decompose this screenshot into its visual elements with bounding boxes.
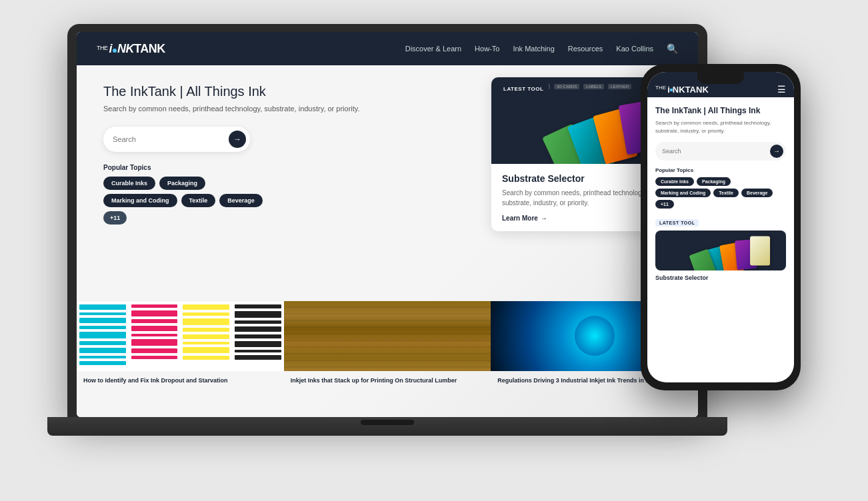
cmyk-bar xyxy=(235,320,281,324)
hero-title-bold: The InkTank xyxy=(103,84,176,99)
phone-latest-badge: LATEST TOOL xyxy=(655,219,699,227)
cmyk-bar xyxy=(79,312,126,315)
phone-topic-textile[interactable]: Textile xyxy=(713,189,739,197)
cmyk-bar xyxy=(235,326,281,332)
phone-hero-subtitle: Search by common needs, printhead techno… xyxy=(655,119,786,135)
search-input[interactable] xyxy=(113,135,229,143)
phone-hero-title: The InkTank | All Things Ink xyxy=(655,105,786,117)
wood-image xyxy=(284,301,491,371)
cmyk-bar xyxy=(235,341,281,347)
nav-kao-collins[interactable]: Kao Collins xyxy=(616,45,653,53)
cmyk-bar xyxy=(235,334,281,338)
hero-title-light: All Things Ink xyxy=(186,84,266,99)
topic-textile[interactable]: Textile xyxy=(181,194,216,207)
site-nav: Discover & Learn How-To Ink Matching Res… xyxy=(405,43,678,54)
logo-dot xyxy=(113,49,117,53)
cmyk-bar xyxy=(79,348,126,353)
search-button[interactable]: → xyxy=(229,131,246,148)
logo-the: THE xyxy=(97,45,108,51)
site-logo: THE iNK TANK xyxy=(97,42,165,56)
laptop-screen: THE iNK TANK Discover & Learn How-To Ink… xyxy=(77,32,698,417)
topic-marking-coding[interactable]: Marking and Coding xyxy=(103,194,177,207)
site-header: THE iNK TANK Discover & Learn How-To Ink… xyxy=(77,32,698,65)
laptop-device: THE iNK TANK Discover & Learn How-To Ink… xyxy=(67,24,707,457)
cmyk-bar xyxy=(79,304,126,310)
nav-ink-matching[interactable]: Ink Matching xyxy=(513,45,554,53)
label-leather: LEATHER xyxy=(608,84,631,89)
phone-search-bar: → xyxy=(655,142,786,161)
nav-how-to[interactable]: How-To xyxy=(475,45,499,53)
cmyk-bar xyxy=(79,318,126,323)
cmyk-bar xyxy=(131,348,178,353)
logo-tank: TANK xyxy=(134,42,165,56)
cmyk-bar xyxy=(131,304,178,308)
phone-search-input[interactable] xyxy=(662,148,770,155)
cmyk-bar xyxy=(79,361,126,365)
cmyk-col-2 xyxy=(129,301,181,371)
search-icon[interactable]: 🔍 xyxy=(667,43,678,54)
cmyk-bar xyxy=(183,328,229,332)
laptop-base xyxy=(47,417,727,436)
cmyk-bar xyxy=(79,326,126,329)
cmyk-bar xyxy=(183,318,229,325)
cmyk-bar xyxy=(79,341,126,345)
phone-substrate-visual xyxy=(655,231,786,270)
cmyk-image xyxy=(77,301,284,371)
learn-more-arrow: → xyxy=(541,215,547,222)
label-3d-cards: 3D CARDS xyxy=(554,84,579,89)
hero-section: The InkTank | All Things Ink Search by c… xyxy=(77,65,698,417)
cmyk-bar xyxy=(183,342,229,344)
phone-menu-icon[interactable]: ☰ xyxy=(777,84,786,95)
cmyk-bar xyxy=(79,356,126,358)
topic-curable-inks[interactable]: Curable Inks xyxy=(103,177,155,190)
article-card-1[interactable]: How to Identify and Fix Ink Dropout and … xyxy=(77,300,284,417)
label-labels: LABELS xyxy=(583,84,604,89)
cmyk-bar xyxy=(131,310,178,316)
laptop-screen-frame: THE iNK TANK Discover & Learn How-To Ink… xyxy=(67,24,707,417)
phone-frame: THE iNKTANK ☰ The InkTank | All Things I… xyxy=(641,64,801,390)
phone-topic-packaging[interactable]: Packaging xyxy=(697,177,731,186)
scene: THE iNK TANK Discover & Learn How-To Ink… xyxy=(67,24,801,477)
nav-resources[interactable]: Resources xyxy=(568,45,603,53)
tool-card-badge: LATEST TOOL xyxy=(498,84,549,94)
cmyk-bar xyxy=(183,304,229,310)
cmyk-bar xyxy=(183,347,229,353)
phone-search-button[interactable]: → xyxy=(770,145,783,158)
cmyk-bar xyxy=(235,350,281,352)
phone-notch xyxy=(697,72,744,84)
cmyk-bar xyxy=(235,355,281,360)
phone-logo: THE iNKTANK xyxy=(655,85,709,95)
phone-topic-more[interactable]: +11 xyxy=(655,200,674,209)
phone-tool-title: Substrate Selector xyxy=(655,274,786,281)
phone-cards-group xyxy=(690,234,773,270)
topic-more[interactable]: +11 xyxy=(103,211,127,225)
phone-topic-marking-coding[interactable]: Marking and Coding xyxy=(655,189,711,197)
cmyk-bar xyxy=(235,304,281,308)
phone-topic-beverage[interactable]: Beverage xyxy=(741,189,773,197)
nav-discover-learn[interactable]: Discover & Learn xyxy=(405,45,461,53)
phone-hero: The InkTank | All Things Ink Search by c… xyxy=(655,105,786,135)
topics-grid: Curable Inks Packaging Marking and Codin… xyxy=(103,177,277,225)
site-body: The InkTank | All Things Ink Search by c… xyxy=(77,65,698,417)
topic-packaging[interactable]: Packaging xyxy=(159,177,205,190)
articles-row: How to Identify and Fix Ink Dropout and … xyxy=(77,300,698,417)
cmyk-bar xyxy=(183,312,229,316)
phone-popular-topics-label: Popular Topics xyxy=(655,167,786,173)
cmyk-col-1 xyxy=(77,301,129,371)
article-1-title: How to Identify and Fix Ink Dropout and … xyxy=(77,371,284,388)
wood-grain xyxy=(284,301,491,371)
cmyk-bar xyxy=(79,332,126,338)
phone-logo-dot xyxy=(670,89,673,91)
logo-ink: iNK xyxy=(109,42,135,56)
cmyk-bar xyxy=(131,326,178,331)
cmyk-bar xyxy=(183,334,229,339)
cmyk-bar xyxy=(131,334,178,336)
topic-beverage[interactable]: Beverage xyxy=(219,194,263,207)
cmyk-bar xyxy=(131,356,178,359)
learn-more-text: Learn More xyxy=(502,215,538,222)
cmyk-col-3 xyxy=(180,301,232,371)
phone-topics-grid: Curable Inks Packaging Marking and Codin… xyxy=(655,177,786,209)
phone-topic-curable-inks[interactable]: Curable Inks xyxy=(655,177,694,186)
eye-iris xyxy=(575,316,615,356)
article-card-2[interactable]: Inkjet Inks that Stack up for Printing O… xyxy=(284,300,491,417)
